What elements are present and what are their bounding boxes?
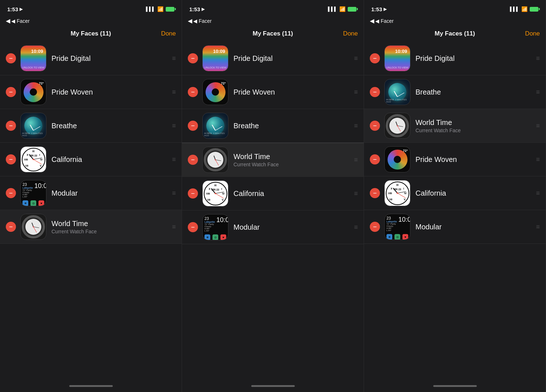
time-display-3: 1:53 <box>371 6 382 12</box>
drag-pd-2[interactable]: ≡ <box>354 55 358 62</box>
face-info-wt-2: World Time Current Watch Face <box>233 153 351 167</box>
thumb-pw-2: 72° <box>202 79 228 105</box>
done-button-1[interactable]: Done <box>161 30 176 37</box>
delete-cal-2[interactable] <box>188 188 198 199</box>
face-info-cal-2: California <box>233 189 351 198</box>
thumb-breathe-1: 64 BPM, 3 MINUTES AGO <box>20 113 46 139</box>
back-label-2: ◀ Facer <box>193 18 212 24</box>
back-button-2[interactable]: ◀ ◀ Facer <box>188 17 212 24</box>
delete-pride-digital-2[interactable] <box>188 53 198 63</box>
back-label-3: ◀ Facer <box>375 18 394 24</box>
drag-handle-pride-woven-1[interactable]: ≡ <box>172 88 176 96</box>
california-dial-1: XI X I VIII IV VII V FRI 23 <box>22 148 45 171</box>
drag-handle-worldtime-1[interactable]: ≡ <box>172 223 176 231</box>
delete-breathe-1[interactable] <box>6 121 16 131</box>
drag-handle-california-1[interactable]: ≡ <box>172 156 176 163</box>
thumb-mod-2: 23 Lafayette 72° Partly Cloudy H:88° L:6… <box>202 214 228 240</box>
face-info-california-1: California <box>51 155 169 164</box>
thumb-cal-3: XI X I VIII IV VII V FRI 23 <box>384 180 410 206</box>
back-button-1[interactable]: ◀ ◀ Facer <box>6 17 30 24</box>
location-arrow-2: ▶ <box>202 7 204 12</box>
status-icons-3: ▌▌▌ 📶 <box>510 6 538 12</box>
drag-mod-2[interactable]: ≡ <box>354 224 358 231</box>
delete-wt-3[interactable] <box>370 121 380 131</box>
status-time-2: 1:53 ▶ <box>189 6 204 12</box>
drag-pw-2[interactable]: ≡ <box>354 88 358 96</box>
battery-icon-3 <box>530 7 538 12</box>
done-button-3[interactable]: Done <box>525 30 540 37</box>
face-name-cal-3: California <box>415 189 533 197</box>
signal-icon-2: ▌▌▌ <box>328 7 337 12</box>
delete-breathe-2[interactable] <box>188 121 198 131</box>
face-item-pride-digital-1: 10:09 UNLOCK TO VIEW Pride Digital ≡ <box>0 42 182 75</box>
signal-icon-3: ▌▌▌ <box>510 7 519 12</box>
back-button-3[interactable]: ◀ ◀ Facer <box>370 17 394 24</box>
face-info-breathe-1: Breathe <box>51 122 169 130</box>
drag-cal-3[interactable]: ≡ <box>536 189 540 197</box>
drag-breathe-3[interactable]: ≡ <box>536 88 540 96</box>
delete-breathe-3[interactable] <box>370 87 380 97</box>
drag-handle-breathe-1[interactable]: ≡ <box>172 122 176 130</box>
face-list-1: 10:09 UNLOCK TO VIEW Pride Digital ≡ 72°… <box>0 42 182 380</box>
delete-pride-digital-1[interactable] <box>6 53 16 63</box>
header-title-2: My Faces (11) <box>253 30 293 37</box>
status-bar-2: 1:53 ▶ ▌▌▌ 📶 <box>182 0 364 16</box>
phone-panel-3: 1:53 ▶ ▌▌▌ 📶 ◀ ◀ Facer My Faces (11) Don… <box>364 0 546 392</box>
drag-breathe-2[interactable]: ≡ <box>354 122 358 130</box>
face-subtitle-wt-3: Current Watch Face <box>415 128 533 133</box>
battery-icon-2 <box>348 7 356 12</box>
wifi-icon-2: 📶 <box>339 6 346 12</box>
drag-pw-3[interactable]: ≡ <box>536 156 540 163</box>
face-info-pd-3: Pride Digital <box>415 54 533 63</box>
delete-pride-woven-1[interactable] <box>6 87 16 97</box>
thumb-pride-digital-1: 10:09 UNLOCK TO VIEW <box>20 45 46 71</box>
face-info-pw-2: Pride Woven <box>233 88 351 96</box>
done-button-2[interactable]: Done <box>343 30 358 37</box>
header-2: My Faces (11) Done <box>182 27 364 42</box>
delete-mod-2[interactable] <box>188 222 198 232</box>
drag-pd-3[interactable]: ≡ <box>536 55 540 62</box>
face-info-pride-woven-1: Pride Woven <box>51 88 169 96</box>
delete-modular-1[interactable] <box>6 188 16 198</box>
face-item-pride-digital-2: 10:09 UNLOCK TO VIEW Pride Digital ≡ <box>182 42 364 75</box>
face-info-mod-3: Modular <box>415 223 533 231</box>
face-list-2: 10:09 UNLOCK TO VIEW Pride Digital ≡ 72°… <box>182 42 364 380</box>
face-name-wt-2: World Time <box>233 153 351 161</box>
drag-handle-pride-digital-1[interactable]: ≡ <box>172 55 176 62</box>
status-icons-2: ▌▌▌ 📶 <box>328 6 356 12</box>
face-subtitle-wt-2: Current Watch Face <box>233 162 351 167</box>
delete-worldtime-1[interactable] <box>6 222 16 232</box>
delete-cal-3[interactable] <box>370 188 380 198</box>
drag-cal-2[interactable]: ≡ <box>354 190 358 197</box>
header-title-1: My Faces (11) <box>71 30 111 37</box>
face-item-breathe-1: 64 BPM, 3 MINUTES AGO Breathe ≡ <box>0 109 182 143</box>
nav-bar-1: ◀ ◀ Facer <box>0 16 182 27</box>
wifi-icon-1: 📶 <box>157 6 164 12</box>
drag-handle-modular-1[interactable]: ≡ <box>172 189 176 197</box>
drag-mod-3[interactable]: ≡ <box>536 223 540 231</box>
status-time-3: 1:53 ▶ <box>371 6 386 12</box>
status-bar-3: 1:53 ▶ ▌▌▌ 📶 <box>364 0 546 16</box>
drag-wt-3[interactable]: ≡ <box>536 122 540 130</box>
face-item-breathe-3: 64 BPM, 3 MINUTES AGO Breathe ≡ <box>364 75 546 109</box>
location-arrow-1: ▶ <box>20 7 22 12</box>
delete-pw-3[interactable] <box>370 154 380 164</box>
delete-california-1[interactable] <box>6 154 16 164</box>
delete-pd-3[interactable] <box>370 53 380 63</box>
home-indicator-2 <box>182 380 364 392</box>
face-item-worldtime-1: World Time Current Watch Face ≡ <box>0 210 182 244</box>
back-label-1: ◀ Facer <box>11 18 30 24</box>
thumb-wt-3 <box>384 113 410 139</box>
face-subtitle-worldtime-1: Current Watch Face <box>51 229 169 234</box>
home-bar-1 <box>69 385 113 387</box>
face-item-california-1: XI X I VIII IV VII V FRI 23 California ≡ <box>0 143 182 176</box>
delete-mod-3[interactable] <box>370 222 380 232</box>
face-info-wt-3: World Time Current Watch Face <box>415 118 533 133</box>
face-name-breathe-1: Breathe <box>51 122 169 130</box>
thumb-wt-2 <box>202 147 228 173</box>
face-item-mod-3: 23 Lafayette 72° Partly Cloudy H:88° L:6… <box>364 210 546 244</box>
drag-wt-2[interactable]: ≡ <box>354 156 358 164</box>
delete-wt-2[interactable] <box>188 155 198 165</box>
delete-pw-2[interactable] <box>188 87 198 97</box>
face-info-pw-3: Pride Woven <box>415 155 533 164</box>
